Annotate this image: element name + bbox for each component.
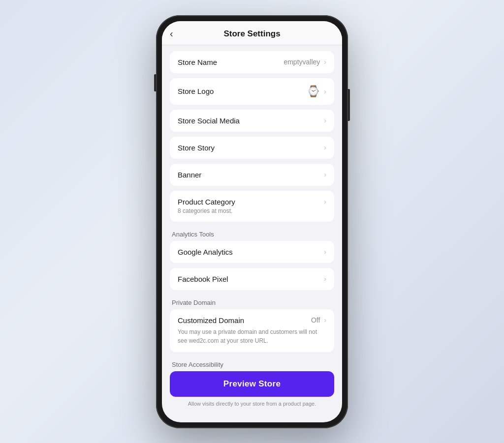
facebook-pixel-label: Facebook Pixel: [178, 275, 228, 283]
google-analytics-right: ›: [324, 248, 326, 256]
chevron-icon: ›: [324, 316, 326, 324]
customized-domain-label: Customized Domain: [178, 316, 244, 325]
domain-description: You may use a private domain and custome…: [178, 327, 326, 345]
product-category-subtitle: 8 categories at most.: [178, 207, 232, 214]
watch-logo-icon: ⌚: [307, 85, 320, 98]
chevron-icon: ›: [324, 58, 326, 66]
store-name-card: Store Name emptyvalley ›: [170, 51, 334, 73]
facebook-pixel-item[interactable]: Facebook Pixel ›: [170, 268, 334, 290]
preview-store-button[interactable]: Preview Store: [170, 371, 334, 397]
domain-value: Off: [311, 316, 320, 324]
store-story-item[interactable]: Store Story ›: [170, 137, 334, 159]
facebook-pixel-right: ›: [324, 275, 326, 283]
banner-card: Banner ›: [170, 164, 334, 186]
store-social-card: Store Social Media ›: [170, 110, 334, 132]
facebook-pixel-card: Facebook Pixel ›: [170, 268, 334, 290]
store-story-card: Store Story ›: [170, 137, 334, 159]
store-name-label: Store Name: [178, 58, 217, 66]
product-category-top: Product Category ›: [178, 198, 326, 206]
store-logo-right: ⌚ ›: [307, 85, 326, 98]
content-area: Store Name emptyvalley › Store Logo ⌚ ›: [162, 45, 342, 422]
chevron-icon: ›: [324, 144, 326, 151]
chevron-icon: ›: [324, 88, 326, 95]
back-button[interactable]: ‹: [170, 28, 173, 39]
domain-top: Customized Domain Off ›: [178, 316, 326, 325]
store-name-right: emptyvalley ›: [284, 58, 326, 66]
chevron-icon: ›: [324, 248, 326, 256]
chevron-icon: ›: [324, 198, 326, 206]
accessibility-description: Allow visits directly to your store from…: [170, 401, 334, 407]
chevron-icon: ›: [324, 117, 326, 124]
product-category-item[interactable]: Product Category › 8 categories at most.: [170, 191, 334, 222]
store-social-label: Store Social Media: [178, 117, 240, 125]
analytics-card: Google Analytics ›: [170, 241, 334, 263]
store-story-label: Store Story: [178, 144, 215, 152]
product-category-label: Product Category: [178, 198, 235, 206]
customized-domain-card[interactable]: Customized Domain Off › You may use a pr…: [170, 309, 334, 352]
chevron-icon: ›: [324, 171, 326, 178]
store-logo-item[interactable]: Store Logo ⌚ ›: [170, 78, 334, 105]
phone-frame: ‹ Store Settings Store Name emptyvalley …: [156, 15, 348, 428]
chevron-icon: ›: [324, 275, 326, 283]
store-social-item[interactable]: Store Social Media ›: [170, 110, 334, 132]
domain-section-header: Private Domain: [170, 295, 334, 309]
header: ‹ Store Settings: [162, 21, 342, 45]
domain-right: Off ›: [311, 316, 326, 324]
google-analytics-label: Google Analytics: [178, 248, 233, 256]
product-category-card: Product Category › 8 categories at most.: [170, 191, 334, 222]
store-name-item[interactable]: Store Name emptyvalley ›: [170, 51, 334, 73]
store-logo-label: Store Logo: [178, 87, 214, 95]
accessibility-section-header: Store Accessibility: [170, 357, 334, 371]
page-title: Store Settings: [223, 29, 280, 39]
google-analytics-item[interactable]: Google Analytics ›: [170, 241, 334, 263]
analytics-section-header: Analytics Tools: [170, 227, 334, 241]
store-name-value: emptyvalley: [284, 58, 320, 66]
store-story-right: ›: [324, 144, 326, 151]
phone-screen: ‹ Store Settings Store Name emptyvalley …: [162, 21, 342, 422]
banner-right: ›: [324, 171, 326, 178]
banner-label: Banner: [178, 171, 201, 179]
store-logo-card: Store Logo ⌚ ›: [170, 78, 334, 105]
store-social-right: ›: [324, 117, 326, 124]
banner-item[interactable]: Banner ›: [170, 164, 334, 186]
